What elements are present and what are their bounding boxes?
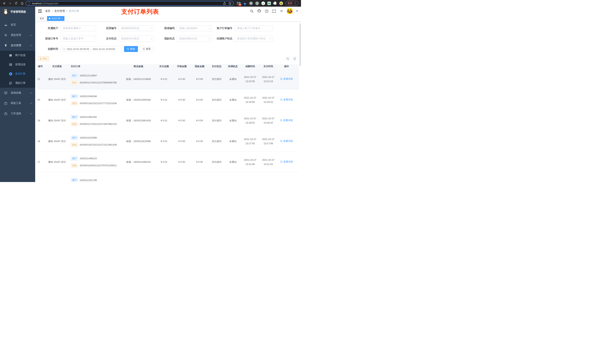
- share-icon[interactable]: [223, 2, 226, 5]
- field-label: 渠道订单号: [38, 37, 60, 40]
- notify-status-select[interactable]: 请选择订单回调商户状态: [235, 36, 273, 42]
- page-content: 所属商户 请选择所属商户 应用编号 请选择应用信息 渠道编码 请输入渠道编码 商…: [35, 22, 301, 182]
- table-row[interactable]: 21 微信 JSAPI 支付 商户1635312124657 支付4200001…: [37, 69, 299, 90]
- clock-icon: [63, 48, 65, 50]
- reload-icon[interactable]: [14, 1, 19, 6]
- logo-rabbit-avatar: [3, 9, 9, 15]
- page-title-annotation: 支付订单列表: [121, 8, 159, 16]
- table-row[interactable]: 17 微信 JSAPI 支付 商户1635311468233 支付4200001…: [37, 152, 299, 172]
- breadcrumb-section[interactable]: 支付管理: [54, 10, 65, 13]
- toggle-search-icon[interactable]: [285, 56, 290, 61]
- home-icon[interactable]: [20, 1, 24, 6]
- chevron-up-icon: [30, 45, 32, 47]
- sidebar-collapse-icon[interactable]: [38, 10, 42, 13]
- chevron-down-icon: [30, 112, 32, 114]
- extension-badge: 10: [238, 3, 241, 6]
- chevron-down-icon: [30, 102, 32, 104]
- close-icon[interactable]: ×: [62, 17, 63, 20]
- sidebar-item-system[interactable]: ⚙ 系统管理: [0, 30, 35, 40]
- window-scrollbar[interactable]: [300, 23, 301, 66]
- help-icon[interactable]: ?: [265, 9, 269, 13]
- app-logo[interactable]: 芋道管理系统: [0, 7, 35, 17]
- yen-icon: ¥: [4, 44, 7, 47]
- github-icon[interactable]: [257, 9, 261, 13]
- extension-green-dot-icon[interactable]: [255, 1, 259, 5]
- extensions-puzzle-icon[interactable]: [273, 1, 277, 5]
- table-row[interactable]: 18 微信 JSAPI 支付 商户1635311823086 支付4200001…: [37, 131, 299, 152]
- field-label: 退款状态: [154, 37, 177, 40]
- extension-command-icon[interactable]: ⌘: [249, 1, 253, 5]
- sidebar-item-payment[interactable]: ¥ 支付管理: [0, 40, 35, 51]
- table-header: 编号 支付渠道 支付订单 商品标题 支付金额 手续金额 退款金额 支付状态 回调…: [37, 64, 299, 69]
- orders-table: 编号 支付渠道 支付订单 商品标题 支付金额 手续金额 退款金额 支付状态 回调…: [37, 64, 299, 182]
- breadcrumb-current: 支付订单: [69, 10, 79, 13]
- back-icon[interactable]: [2, 1, 7, 6]
- channel-code-select[interactable]: 请输入渠道编码: [177, 25, 212, 31]
- create-time-range-input[interactable]: 2021-10-01 00:00:00 - 2021-10-31 23:59:5…: [60, 46, 121, 52]
- field-label: 支付状态: [96, 37, 119, 40]
- search-icon[interactable]: [250, 9, 254, 13]
- search-button[interactable]: 搜索: [124, 46, 138, 52]
- extension-y-icon[interactable]: y: [261, 1, 265, 5]
- sidebar-item-pay-order[interactable]: ¥ 支付订单: [0, 69, 35, 78]
- view-detail-link[interactable]: 查看详情: [280, 160, 293, 164]
- chevron-down-icon: [30, 91, 32, 94]
- export-button[interactable]: 导出: [38, 56, 49, 61]
- bookmark-star-icon[interactable]: [228, 2, 231, 5]
- merchant-order-no-input[interactable]: 请输入商户订单编号: [235, 25, 273, 31]
- active-dot: [49, 18, 50, 19]
- view-detail-link[interactable]: 查看详情: [280, 97, 293, 102]
- table-toolbar: 导出: [37, 56, 299, 61]
- tab-home[interactable]: 首页: [38, 16, 46, 21]
- forward-icon[interactable]: [8, 1, 13, 6]
- font-size-icon[interactable]: тT: [280, 9, 283, 13]
- sidebar-item-app-info[interactable]: 应用信息: [0, 60, 35, 69]
- merchant-tag: 商户: [71, 94, 78, 99]
- fullscreen-icon[interactable]: [272, 9, 276, 13]
- dashboard-icon: [4, 23, 7, 26]
- caret-down-icon[interactable]: [296, 10, 298, 12]
- sidebar-item-infrastructure[interactable]: 基础设施: [0, 88, 35, 98]
- app-select[interactable]: 请选择应用信息: [119, 25, 154, 31]
- browser-update-button[interactable]: 更新 ⋮: [285, 1, 298, 6]
- view-detail-link[interactable]: 查看详情: [280, 77, 293, 81]
- view-detail-link[interactable]: 查看详情: [280, 139, 293, 143]
- sidebar-item-home[interactable]: 首页: [0, 20, 35, 30]
- url-bar[interactable]: i localhost:1024/pay/order: [26, 1, 234, 6]
- browser-menu-icon[interactable]: ⋮: [294, 2, 296, 5]
- table-row[interactable]: 20 微信 JSAPI 支付 商户1635311949168 支付4200001…: [37, 90, 299, 110]
- sidebar-item-merchant-info[interactable]: 商户信息: [0, 51, 35, 60]
- extension-shapes-icon[interactable]: 10: [237, 1, 241, 5]
- breadcrumb-home[interactable]: 首页: [45, 10, 50, 13]
- sidebar-item-workflow[interactable]: 工作流程: [0, 108, 35, 119]
- profile-avatar[interactable]: [279, 1, 283, 5]
- extension-row: 10 ⌘ y 更新 ⋮: [235, 1, 299, 6]
- svg-text:?: ?: [266, 10, 267, 12]
- sidebar-item-dev-tools[interactable]: 研发工具: [0, 98, 35, 108]
- merchant-input[interactable]: 请选择所属商户: [60, 25, 96, 31]
- pay-tag: 支付: [71, 101, 78, 106]
- extension-kite-icon[interactable]: [243, 1, 247, 5]
- table-row[interactable]: 19 微信 JSAPI 支付 商户1635311881440 支付4200001…: [37, 110, 299, 131]
- pay-status-select[interactable]: 请选择支付状态: [119, 36, 154, 42]
- pay-tag: 支付: [71, 143, 78, 147]
- chevron-down-icon: [151, 38, 152, 39]
- sidebar-item-refund-order[interactable]: 退款订单: [0, 78, 35, 88]
- channel-order-no-input[interactable]: 请输入渠道订单号: [60, 36, 96, 42]
- site-info-icon[interactable]: i: [28, 2, 31, 5]
- user-avatar[interactable]: [287, 8, 292, 14]
- reset-button[interactable]: 重置: [140, 46, 154, 52]
- refund-status-select[interactable]: 请选择退款状态: [177, 36, 212, 42]
- pay-tag: 支付: [71, 163, 78, 168]
- field-label: 所属商户: [38, 27, 60, 30]
- extension-chat-icon[interactable]: [268, 2, 271, 5]
- pay-tag: 支付: [71, 81, 78, 85]
- tags-view: 首页 支付订单 ×: [35, 16, 301, 22]
- refresh-icon[interactable]: [292, 56, 297, 61]
- breadcrumb: 首页 / 支付管理 / 支付订单: [45, 10, 79, 13]
- table-row-partial[interactable]: 商户1635311351796: [37, 172, 299, 182]
- yen-circle-icon: ¥: [9, 72, 12, 75]
- view-detail-link[interactable]: 查看详情: [280, 118, 293, 123]
- merchant-tag: 商户: [71, 156, 78, 161]
- tab-pay-order[interactable]: 支付订单 ×: [47, 16, 64, 21]
